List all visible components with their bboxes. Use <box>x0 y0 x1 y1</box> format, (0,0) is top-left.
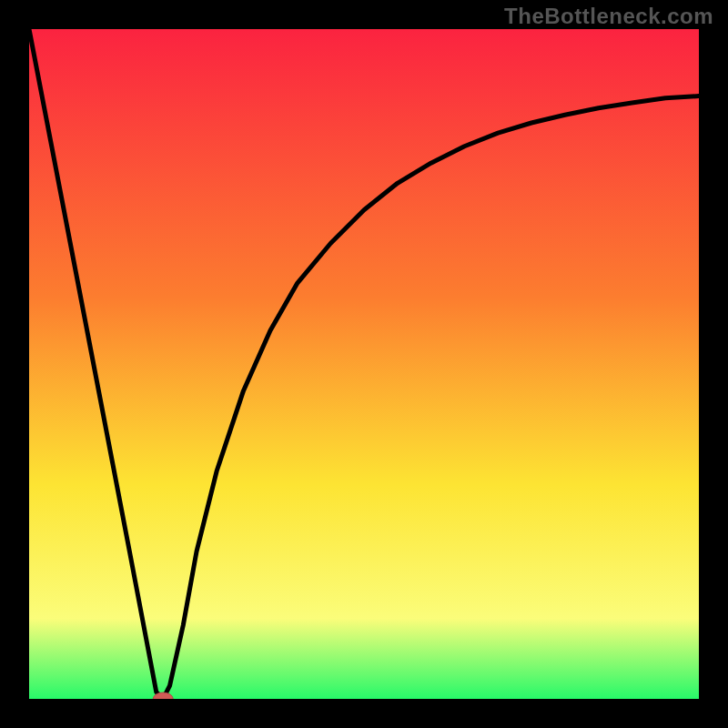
chart-svg <box>29 29 699 699</box>
gradient-background <box>29 29 699 699</box>
chart-frame: TheBottleneck.com <box>0 0 728 728</box>
plot-area <box>29 29 699 699</box>
watermark-text: TheBottleneck.com <box>504 4 713 29</box>
